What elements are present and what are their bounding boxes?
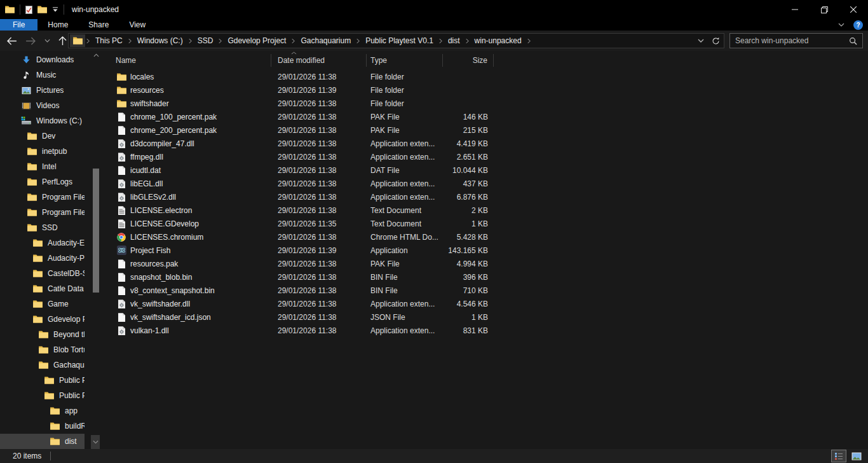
tree-item[interactable]: Videos	[0, 98, 85, 113]
address-bar[interactable]: This PC Windows (C:) SSD Gdevelop Projec…	[68, 33, 724, 48]
tree-item[interactable]: inetpub	[0, 144, 85, 159]
file-row[interactable]: libEGL.dll 29/01/2026 11:38 Application …	[114, 177, 868, 190]
tree-item[interactable]: Downloads	[0, 52, 85, 67]
file-row[interactable]: swiftshader 29/01/2026 11:38 File folder	[114, 97, 868, 110]
file-row[interactable]: snapshot_blob.bin 29/01/2026 11:38 BIN F…	[114, 270, 868, 284]
column-header-size[interactable]: Size	[443, 54, 494, 67]
current-location-button[interactable]	[70, 34, 85, 47]
tree-item[interactable]: Gdevelop Pro	[0, 312, 85, 327]
breadcrumb-item[interactable]: Gachaquarium	[296, 34, 355, 48]
breadcrumb-chevron-icon[interactable]	[526, 34, 532, 48]
help-icon[interactable]: ?	[853, 20, 863, 30]
file-row[interactable]: ffmpeg.dll 29/01/2026 11:38 Application …	[114, 150, 868, 163]
breadcrumb-chevron-icon[interactable]	[290, 34, 296, 48]
file-row[interactable]: chrome_200_percent.pak 29/01/2026 11:38 …	[114, 123, 868, 137]
electron-app-icon	[116, 245, 126, 255]
breadcrumb-item[interactable]: SSD	[193, 34, 218, 48]
file-row[interactable]: Project Fish 29/01/2026 11:39 Applicatio…	[114, 244, 868, 257]
breadcrumb-chevron-icon[interactable]	[187, 34, 193, 48]
tree-item[interactable]: buildRes	[0, 418, 85, 434]
thumbnails-view-button[interactable]	[849, 450, 864, 462]
file-row[interactable]: locales 29/01/2026 11:38 File folder	[114, 70, 868, 83]
tree-item[interactable]: Music	[0, 67, 85, 83]
tree-item[interactable]: Audacity-Exp	[0, 235, 85, 251]
refresh-icon[interactable]	[712, 37, 720, 45]
tree-item[interactable]: app	[0, 403, 85, 418]
file-row[interactable]: LICENSE.GDevelop 29/01/2026 11:35 Text D…	[114, 217, 868, 230]
close-button[interactable]	[839, 0, 868, 19]
file-row[interactable]: vk_swiftshader.dll 29/01/2026 11:38 Appl…	[114, 297, 868, 310]
breadcrumb-item[interactable]: Windows (C:)	[133, 34, 187, 48]
breadcrumb-item[interactable]: Gdevelop Project	[223, 34, 290, 48]
file-date-modified: 29/01/2026 11:38	[271, 126, 367, 135]
file-row[interactable]: vk_swiftshader_icd.json 29/01/2026 11:38…	[114, 310, 868, 324]
file-row[interactable]: LICENSE.electron 29/01/2026 11:38 Text D…	[114, 204, 868, 217]
tree-item[interactable]: Public Play	[0, 373, 85, 388]
tree-item[interactable]: Dev	[0, 128, 85, 144]
breadcrumb-chevron-icon[interactable]	[85, 34, 91, 48]
tree-item[interactable]: Game	[0, 296, 85, 312]
file-row[interactable]: d3dcompiler_47.dll 29/01/2026 11:38 Appl…	[114, 137, 868, 150]
tree-item[interactable]: Pictures	[0, 83, 85, 98]
scrollbar-thumb[interactable]	[93, 169, 99, 293]
properties-icon[interactable]	[25, 6, 32, 14]
new-folder-icon[interactable]	[37, 6, 47, 13]
tree-item[interactable]: PerfLogs	[0, 174, 85, 190]
search-input[interactable]	[730, 36, 849, 45]
tree-item[interactable]: Public Play	[0, 388, 85, 403]
scroll-up-icon[interactable]	[92, 53, 100, 61]
breadcrumb-item[interactable]: dist	[444, 34, 465, 48]
tree-item[interactable]: dist	[0, 434, 85, 449]
file-row[interactable]: resources 29/01/2026 11:39 File folder	[114, 83, 868, 97]
tree-item[interactable]: Program Files	[0, 190, 85, 205]
tree-item[interactable]: Program Files (	[0, 205, 85, 220]
back-icon[interactable]	[6, 37, 17, 45]
file-row[interactable]: icudtl.dat 29/01/2026 11:38 DAT File 10.…	[114, 163, 868, 177]
column-header-date-modified[interactable]: Date modified	[271, 54, 367, 67]
tree-item[interactable]: Audacity-Pro	[0, 251, 85, 266]
file-row[interactable]: chrome_100_percent.pak 29/01/2026 11:38 …	[114, 110, 868, 123]
tree-item[interactable]: SSD	[0, 220, 85, 235]
tree-item-label: Dev	[42, 132, 55, 141]
search-icon[interactable]	[849, 37, 862, 45]
ribbon-tab[interactable]: File	[0, 19, 37, 31]
tree-item[interactable]: CastelDB-Sav	[0, 266, 85, 281]
file-size: 143.165 KB	[443, 246, 494, 255]
ribbon-tab[interactable]: View	[119, 19, 156, 31]
tree-item[interactable]: Beyond the	[0, 327, 85, 342]
breadcrumb-item[interactable]: This PC	[91, 34, 127, 48]
breadcrumb-item[interactable]: win-unpacked	[470, 34, 526, 48]
ribbon-tab[interactable]: Share	[78, 19, 119, 31]
collapse-ribbon-icon[interactable]	[838, 23, 844, 27]
sidebar-scrollbar[interactable]	[92, 51, 100, 449]
ribbon-tab[interactable]: Home	[37, 19, 78, 31]
tree-item[interactable]: Windows (C:)	[0, 113, 85, 128]
tree-item[interactable]: Intel	[0, 159, 85, 174]
qat-dropdown-icon[interactable]	[52, 7, 58, 13]
forward-icon[interactable]	[25, 37, 36, 45]
tree-item[interactable]: Blob Torture	[0, 342, 85, 357]
navigation-bar: This PC Windows (C:) SSD Gdevelop Projec…	[0, 31, 868, 51]
tree-item[interactable]: Gachaquariu	[0, 357, 85, 373]
up-icon[interactable]	[58, 36, 67, 46]
minimize-button[interactable]	[780, 0, 810, 19]
breadcrumb-chevron-icon[interactable]	[465, 34, 470, 48]
details-view-button[interactable]	[831, 450, 846, 462]
file-row[interactable]: v8_context_snapshot.bin 29/01/2026 11:38…	[114, 284, 868, 297]
column-header-name[interactable]: Name	[114, 54, 271, 67]
address-history-chevron-icon[interactable]	[698, 39, 704, 43]
restore-button[interactable]	[810, 0, 839, 19]
breadcrumb-chevron-icon[interactable]	[127, 34, 133, 48]
recent-locations-chevron-icon[interactable]	[44, 39, 50, 43]
breadcrumb-chevron-icon[interactable]	[217, 34, 223, 48]
file-row[interactable]: vulkan-1.dll 29/01/2026 11:38 Applicatio…	[114, 324, 868, 337]
breadcrumb-chevron-icon[interactable]	[355, 34, 361, 48]
file-row[interactable]: resources.pak 29/01/2026 11:38 PAK File …	[114, 257, 868, 270]
breadcrumb-chevron-icon[interactable]	[438, 34, 444, 48]
tree-item[interactable]: Catle Data ba	[0, 281, 85, 296]
scroll-down-button[interactable]	[91, 435, 100, 449]
breadcrumb-item[interactable]: Public Playtest V0.1	[361, 34, 438, 48]
file-row[interactable]: LICENSES.chromium 29/01/2026 11:38 Chrom…	[114, 230, 868, 244]
file-row[interactable]: libGLESv2.dll 29/01/2026 11:38 Applicati…	[114, 190, 868, 204]
column-header-type[interactable]: Type	[367, 54, 443, 67]
